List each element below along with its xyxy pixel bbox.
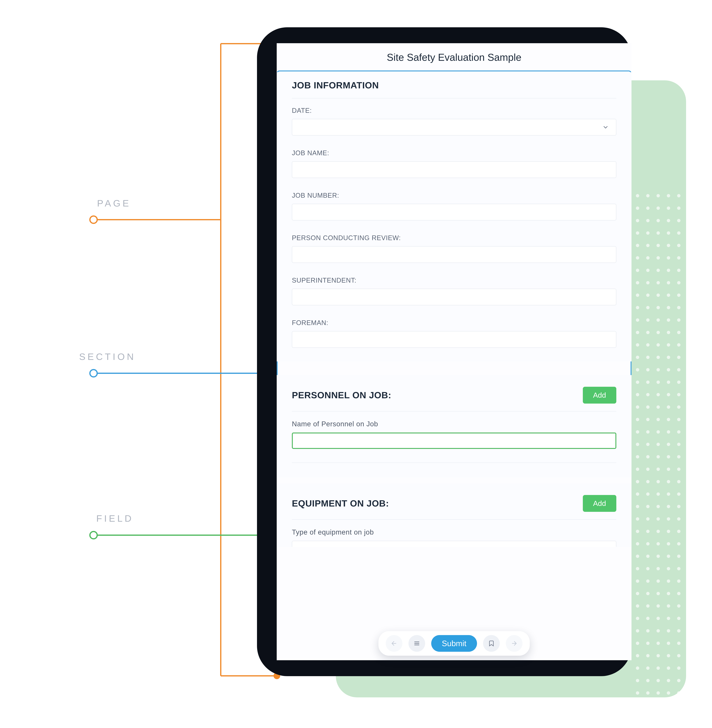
field-label: PERSON CONDUCTING REVIEW:: [292, 234, 616, 242]
field-label: FOREMAN:: [292, 319, 616, 326]
annotation-section-label: SECTION: [79, 351, 136, 362]
submit-label: Submit: [442, 639, 466, 648]
field-personnel-name: Name of Personnel on Job: [292, 420, 616, 449]
section-job-information: JOB INFORMATION DATE: JOB NAME: JOB NUMB…: [277, 72, 632, 362]
section-title: PERSONNEL ON JOB:: [292, 390, 391, 400]
field-person-conducting-review: PERSON CONDUCTING REVIEW:: [292, 234, 616, 263]
section-divider: [292, 519, 616, 520]
menu-icon: [413, 640, 420, 647]
field-label: JOB NUMBER:: [292, 191, 616, 199]
toolbar-submit-button[interactable]: Submit: [431, 635, 477, 652]
field-foreman: FOREMAN:: [292, 319, 616, 348]
annotation-page-label: PAGE: [97, 198, 131, 209]
svg-point-8: [90, 370, 97, 377]
tablet-screen: Site Safety Evaluation Sample JOB INFORM…: [277, 43, 632, 660]
add-personnel-button[interactable]: Add: [583, 387, 616, 403]
field-equipment-type: Type of equipment on job: [292, 528, 616, 547]
field-label: DATE:: [292, 107, 616, 114]
person-conducting-review-input[interactable]: [292, 246, 616, 263]
toolbar-menu-button[interactable]: [408, 635, 425, 652]
field-label: SUPERINTENDENT:: [292, 277, 616, 284]
svg-point-12: [90, 532, 97, 539]
svg-point-6: [90, 216, 97, 223]
field-job-name: JOB NAME:: [292, 149, 616, 178]
personnel-name-input[interactable]: [292, 433, 616, 449]
section-equipment-on-job: EQUIPMENT ON JOB: Add Type of equipment …: [277, 483, 632, 547]
tablet-frame: Site Safety Evaluation Sample JOB INFORM…: [257, 27, 632, 676]
field-label: Type of equipment on job: [292, 528, 616, 536]
section-title: JOB INFORMATION: [292, 80, 379, 90]
toolbar-forward-button[interactable]: [506, 635, 522, 652]
add-equipment-button[interactable]: Add: [583, 495, 616, 512]
toolbar-bookmark-button[interactable]: [483, 635, 500, 652]
bottom-toolbar: Submit: [378, 631, 530, 656]
arrow-right-icon: [510, 640, 518, 647]
field-job-number: JOB NUMBER:: [292, 191, 616, 221]
field-label: JOB NAME:: [292, 149, 616, 157]
foreman-input[interactable]: [292, 331, 616, 348]
field-label: Name of Personnel on Job: [292, 420, 616, 428]
job-name-input[interactable]: [292, 161, 616, 178]
section-divider: [292, 98, 616, 98]
job-number-input[interactable]: [292, 204, 616, 221]
field-superintendent: SUPERINTENDENT:: [292, 277, 616, 305]
chevron-down-icon: [602, 123, 609, 131]
superintendent-input[interactable]: [292, 289, 616, 305]
bookmark-icon: [488, 640, 495, 647]
section-divider: [292, 463, 616, 463]
equipment-type-input[interactable]: [292, 541, 616, 547]
date-select[interactable]: [292, 119, 616, 135]
section-personnel-on-job: PERSONNEL ON JOB: Add Name of Personnel …: [277, 375, 632, 477]
section-title: EQUIPMENT ON JOB:: [292, 498, 389, 509]
field-date: DATE:: [292, 107, 616, 135]
dot-grid-decoration: [634, 194, 693, 628]
toolbar-back-button[interactable]: [386, 635, 402, 652]
form-title: Site Safety Evaluation Sample: [277, 43, 632, 72]
arrow-left-icon: [390, 640, 398, 647]
annotation-field-label: FIELD: [96, 513, 134, 524]
